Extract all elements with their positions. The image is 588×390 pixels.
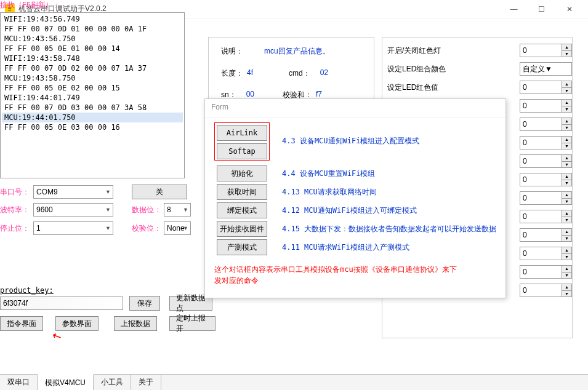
tab-2[interactable]: 小工具 bbox=[94, 375, 131, 390]
form-button-绑定模式[interactable]: 绑定模式 bbox=[217, 202, 267, 218]
port-combo[interactable]: COM9▼ bbox=[33, 185, 113, 199]
form-button-获取时间[interactable]: 获取时间 bbox=[217, 184, 267, 200]
param-spinner[interactable]: 0▲▼ bbox=[520, 247, 572, 260]
form-link[interactable]: 4.12 MCU通知WiFi模组进入可绑定模式 bbox=[282, 205, 504, 216]
form-button-开始接收固件[interactable]: 开始接收固件 bbox=[217, 221, 267, 237]
param-spinner[interactable]: 0▲▼ bbox=[520, 99, 572, 113]
cmd-view-button[interactable]: 指令界面 bbox=[0, 316, 43, 331]
chevron-down-icon: ▼ bbox=[105, 207, 111, 213]
spin-up-icon[interactable]: ▲ bbox=[562, 247, 571, 254]
param-label: 开启/关闭红色灯 bbox=[387, 46, 520, 56]
spin-down-icon[interactable]: ▼ bbox=[562, 162, 571, 168]
spin-down-icon[interactable]: ▼ bbox=[562, 180, 571, 186]
bottom-tabs: 双串口模拟V4MCU小工具关于 bbox=[0, 374, 588, 390]
databit-combo[interactable]: 8▼ bbox=[164, 203, 191, 217]
param-spinner[interactable]: 0▲▼ bbox=[520, 44, 572, 57]
port-toggle-button[interactable]: 关 bbox=[132, 185, 187, 199]
spin-up-icon[interactable]: ▲ bbox=[562, 192, 571, 199]
form-link[interactable]: 4.15 大数据下发：数据接收者告知数据发起者可以开始发送数据 bbox=[282, 224, 504, 234]
spin-up-icon[interactable]: ▲ bbox=[562, 118, 571, 125]
minimize-button[interactable]: — bbox=[500, 0, 528, 18]
log-line[interactable]: WIFI:19:43:58.748 bbox=[2, 54, 183, 63]
form-link[interactable]: 4.3 设备MCU通知WiFi模组进入配置模式 bbox=[282, 136, 504, 146]
param-combo[interactable]: 自定义▼ bbox=[520, 62, 572, 76]
chevron-down-icon: ▼ bbox=[545, 65, 552, 73]
tab-1[interactable]: 模拟V4MCU bbox=[38, 374, 94, 390]
log-line[interactable]: FF FF 00 05 0E 02 00 00 15 bbox=[2, 83, 183, 93]
spin-up-icon[interactable]: ▲ bbox=[562, 137, 571, 143]
spin-up-icon[interactable]: ▲ bbox=[562, 229, 571, 236]
baud-combo[interactable]: 9600▼ bbox=[33, 203, 113, 217]
param-spinner[interactable]: 0▲▼ bbox=[520, 284, 572, 297]
spin-up-icon[interactable]: ▲ bbox=[562, 81, 571, 88]
log-line[interactable]: FF FF 00 07 0D 02 00 00 07 1A 37 bbox=[2, 63, 183, 73]
param-spinner[interactable]: 0▲▼ bbox=[520, 210, 572, 223]
spin-up-icon[interactable]: ▲ bbox=[562, 100, 571, 106]
spin-down-icon[interactable]: ▼ bbox=[562, 236, 571, 242]
spin-up-icon[interactable]: ▲ bbox=[562, 173, 571, 180]
log-line[interactable]: WIFI:19:43:56.749 bbox=[2, 14, 183, 24]
param-spinner[interactable]: 0▲▼ bbox=[520, 228, 572, 242]
log-line[interactable]: FF FF 00 05 0E 01 00 00 14 bbox=[2, 44, 183, 54]
product-key-input[interactable] bbox=[0, 296, 123, 310]
spin-up-icon[interactable]: ▲ bbox=[562, 155, 571, 162]
param-spinner[interactable]: 0▲▼ bbox=[520, 265, 572, 279]
stopbit-label: 停止位： bbox=[0, 223, 31, 234]
spin-up-icon[interactable]: ▲ bbox=[562, 284, 571, 291]
param-label: 设定LED红色值 bbox=[387, 82, 520, 93]
log-line[interactable]: WIFI:19:44:01.749 bbox=[2, 93, 183, 103]
spin-down-icon[interactable]: ▼ bbox=[562, 217, 571, 223]
tab-3[interactable]: 关于 bbox=[131, 375, 161, 390]
param-spinner[interactable]: 0▲▼ bbox=[520, 173, 572, 186]
spin-down-icon[interactable]: ▼ bbox=[562, 199, 571, 205]
spin-down-icon[interactable]: ▼ bbox=[562, 291, 571, 297]
spin-down-icon[interactable]: ▼ bbox=[562, 254, 571, 260]
spin-down-icon[interactable]: ▼ bbox=[562, 88, 571, 94]
form-button-airlink[interactable]: AirLink bbox=[217, 125, 267, 141]
param-label: 设定LED组合颜色 bbox=[387, 64, 520, 74]
chevron-down-icon: ▼ bbox=[183, 207, 188, 213]
receive-label: 接收（F5刷新）： bbox=[0, 0, 60, 10]
close-button[interactable]: ✕ bbox=[555, 0, 583, 18]
param-spinner[interactable]: 0▲▼ bbox=[520, 154, 572, 168]
spin-up-icon[interactable]: ▲ bbox=[562, 210, 571, 217]
spin-up-icon[interactable]: ▲ bbox=[562, 44, 571, 51]
log-line[interactable]: FF FF 00 07 0D 01 00 00 00 0A 1F bbox=[2, 24, 183, 34]
report-data-button[interactable]: 上报数据 bbox=[114, 316, 157, 331]
spin-down-icon[interactable]: ▼ bbox=[562, 125, 571, 131]
checkbit-label: 校验位： bbox=[132, 223, 161, 234]
param-spinner[interactable]: 0▲▼ bbox=[520, 81, 572, 94]
log-line[interactable]: FF FF 00 07 0D 03 00 00 07 3A 58 bbox=[2, 103, 183, 113]
spin-down-icon[interactable]: ▼ bbox=[562, 51, 571, 57]
log-listbox[interactable]: WIFI:19:43:56.749FF FF 00 07 0D 01 00 00… bbox=[0, 12, 185, 178]
param-spinner[interactable]: 0▲▼ bbox=[520, 191, 572, 205]
form-link[interactable]: 4.11 MCU请求WiFi模组进入产测模式 bbox=[282, 242, 504, 253]
param-view-button[interactable]: 参数界面 bbox=[55, 316, 99, 331]
spin-down-icon[interactable]: ▼ bbox=[562, 106, 571, 113]
form-link[interactable]: 4.4 设备MCU重置WiFi模组 bbox=[282, 169, 504, 179]
param-spinner[interactable]: 0▲▼ bbox=[520, 136, 572, 149]
tab-0[interactable]: 双串口 bbox=[0, 375, 38, 390]
log-line[interactable]: FF FF 00 05 0E 03 00 00 16 bbox=[2, 122, 183, 132]
stopbit-combo[interactable]: 1▼ bbox=[33, 221, 113, 235]
form-button-softap[interactable]: Softap bbox=[217, 143, 267, 159]
spin-down-icon[interactable]: ▼ bbox=[562, 143, 571, 149]
param-spinner[interactable]: 0▲▼ bbox=[520, 117, 572, 131]
checkbit-combo[interactable]: None▼ bbox=[164, 221, 191, 235]
form-link[interactable]: 4.13 MCU请求获取网络时间 bbox=[282, 187, 504, 197]
log-line[interactable]: MCU:19:44:01.750 bbox=[2, 113, 183, 122]
databit-label: 数据位： bbox=[132, 205, 161, 215]
form-dialog: Form AirLinkSoftap初始化获取时间绑定模式开始接收固件产测模式 … bbox=[204, 98, 506, 298]
form-button-产测模式[interactable]: 产测模式 bbox=[217, 239, 267, 255]
save-button[interactable]: 保存 bbox=[129, 296, 160, 311]
param-row: 开启/关闭红色灯0▲▼ bbox=[382, 41, 572, 60]
log-line[interactable]: MCU:19:43:56.750 bbox=[2, 34, 183, 44]
spin-down-icon[interactable]: ▼ bbox=[562, 273, 571, 279]
maximize-button[interactable]: ☐ bbox=[528, 0, 555, 18]
form-dialog-title: Form bbox=[205, 99, 505, 117]
log-line[interactable]: MCU:19:43:58.750 bbox=[2, 73, 183, 83]
spin-up-icon[interactable]: ▲ bbox=[562, 266, 571, 273]
form-button-初始化[interactable]: 初始化 bbox=[217, 165, 267, 181]
param-row: 设定LED红色值0▲▼ bbox=[382, 78, 572, 97]
chevron-down-icon: ▼ bbox=[183, 225, 188, 231]
